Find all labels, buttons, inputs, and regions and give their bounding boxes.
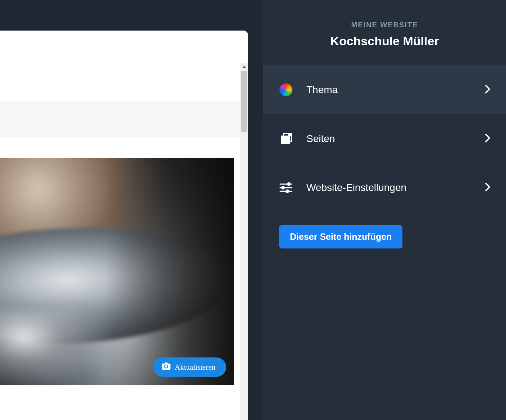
- preview-scrollbar[interactable]: [240, 63, 248, 420]
- sidebar-item-label: Thema: [306, 84, 485, 96]
- sidebar-item-website-settings[interactable]: Website-Einstellungen: [263, 163, 506, 212]
- add-to-page-button-label: Dieser Seite hinzufügen: [290, 232, 392, 242]
- sidebar-item-theme[interactable]: Thema: [263, 65, 506, 114]
- preview-header-region: [0, 63, 240, 101]
- svg-rect-3: [281, 136, 290, 144]
- scrollbar-thumb[interactable]: [241, 71, 247, 132]
- chevron-right-icon: [485, 134, 490, 144]
- camera-icon: [162, 362, 170, 372]
- refresh-preview-button[interactable]: Aktualisieren: [153, 357, 226, 377]
- scrollbar-up-icon[interactable]: [240, 63, 248, 71]
- refresh-preview-button-label: Aktualisieren: [175, 363, 215, 372]
- svg-point-8: [288, 183, 290, 185]
- sidebar-eyebrow: MEINE WEBSITE: [274, 21, 495, 29]
- sidebar-action-row: Dieser Seite hinzufügen: [263, 212, 506, 261]
- site-title: Kochschule Müller: [274, 34, 495, 48]
- svg-point-10: [286, 190, 289, 192]
- preview-subheader-region: [0, 101, 240, 137]
- sliders-icon: [279, 181, 293, 195]
- site-preview-pane: Aktualisieren: [0, 31, 248, 420]
- chevron-right-icon: [485, 183, 490, 193]
- preview-viewport: Aktualisieren: [0, 63, 240, 420]
- sidebar-nav: Thema Seiten: [263, 65, 506, 261]
- svg-rect-4: [288, 133, 291, 136]
- pages-stack-icon: [279, 132, 293, 146]
- sidebar-item-label: Website-Einstellungen: [306, 182, 485, 193]
- sidebar-item-pages[interactable]: Seiten: [263, 114, 506, 163]
- add-to-page-button[interactable]: Dieser Seite hinzufügen: [279, 225, 402, 248]
- preview-window-chrome: [0, 31, 248, 63]
- editor-sidebar: MEINE WEBSITE Kochschule Müller Thema: [263, 0, 506, 420]
- sidebar-header: MEINE WEBSITE Kochschule Müller: [263, 0, 506, 65]
- theme-color-wheel-icon: [279, 83, 293, 97]
- sidebar-item-label: Seiten: [306, 133, 485, 145]
- preview-hero-image: Aktualisieren: [0, 158, 234, 385]
- chevron-right-icon: [485, 85, 490, 95]
- svg-point-9: [282, 186, 284, 189]
